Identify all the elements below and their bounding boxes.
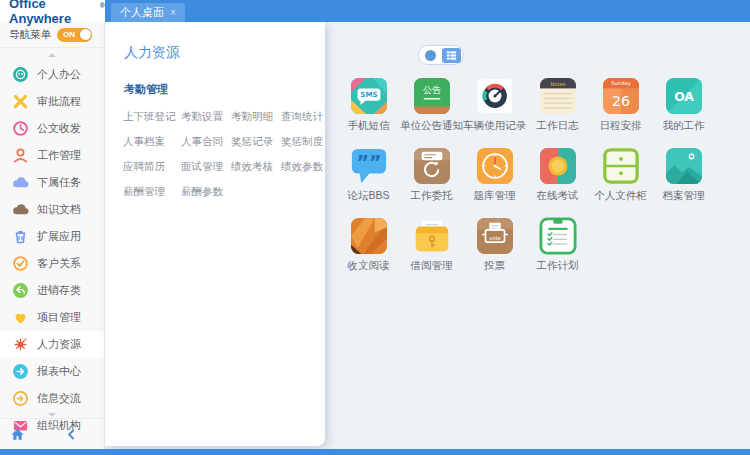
app-archive[interactable]: 档案管理 (652, 147, 715, 217)
tab-label: 个人桌面 (120, 5, 164, 20)
flyout-link[interactable]: 应聘简历 (118, 160, 176, 174)
app-label: 档案管理 (663, 189, 705, 203)
sidebar-item-human-resources[interactable]: 人力资源 (0, 331, 104, 358)
sidebar-item-approval-flow[interactable]: 审批流程 (0, 88, 104, 115)
sidebar-item-extended-apps[interactable]: 扩展应用 (0, 223, 104, 250)
sidebar-item-label: 进销存类 (37, 283, 81, 298)
grid-icon (446, 50, 457, 61)
app-label: 论坛BBS (347, 189, 389, 203)
svg-text:””: ”” (356, 151, 381, 173)
work-delegation-icon (413, 147, 451, 185)
app-borrow-management[interactable]: 借阅管理 (400, 217, 463, 287)
app-online-exam[interactable]: 在线考试 (526, 147, 589, 217)
app-sms[interactable]: SMS手机短信 (337, 77, 400, 147)
flyout-link[interactable]: 考勤设置 (176, 110, 226, 124)
sms-icon: SMS (350, 77, 388, 115)
work-plan-icon (539, 217, 577, 255)
sidebar-collapse-down[interactable] (0, 413, 104, 417)
inventory-icon (12, 282, 29, 299)
tab-personal-desktop[interactable]: 个人桌面 × (111, 3, 185, 22)
app-label: 工作委托 (411, 189, 453, 203)
app-work-plan[interactable]: 工作计划 (526, 217, 589, 287)
app-announcement[interactable]: 公告单位公告通知 (400, 77, 463, 147)
sidebar-item-label: 客户关系 (37, 256, 81, 271)
app-work-delegation[interactable]: 工作委托 (400, 147, 463, 217)
view-toggle[interactable] (418, 45, 464, 65)
app-my-work[interactable]: OA我的工作 (652, 77, 715, 147)
sidebar-item-project-management[interactable]: 项目管理 (0, 304, 104, 331)
sidebar-item-inventory[interactable]: 进销存类 (0, 277, 104, 304)
tab-close-icon[interactable]: × (170, 8, 176, 18)
flyout-link[interactable]: 人事档案 (118, 135, 176, 149)
app-label: 工作计划 (537, 259, 579, 273)
dot-icon (425, 50, 436, 61)
flyout-link[interactable]: 人事合同 (176, 135, 226, 149)
toggle-on-label: ON (63, 30, 75, 39)
flyout-link[interactable]: 上下班登记 (118, 110, 176, 124)
vehicle-usage-icon (476, 77, 514, 115)
hr-flyout-panel: 人力资源 考勤管理 上下班登记考勤设置考勤明细查询统计人事档案人事合同奖惩记录奖… (105, 22, 325, 446)
app-window: SMS手机短信公告单位公告通知车辆使用记录Notes工作日志Sunday26日程… (0, 0, 750, 455)
forum-bbs-icon: ”” (350, 147, 388, 185)
sidebar-item-report-center[interactable]: 报表中心 (0, 358, 104, 385)
borrow-management-icon (413, 217, 451, 255)
personal-office-icon (12, 66, 29, 83)
question-bank-icon (476, 147, 514, 185)
app-question-bank[interactable]: 题库管理 (463, 147, 526, 217)
customer-relations-icon (12, 255, 29, 272)
flyout-link[interactable]: 奖惩制度 (276, 135, 326, 149)
nav-menu-toggle[interactable]: ON (57, 28, 92, 42)
vote-icon: vote (476, 217, 514, 255)
app-label: 个人文件柜 (594, 189, 647, 203)
app-label: 借阅管理 (411, 259, 453, 273)
app-vehicle-usage[interactable]: 车辆使用记录 (463, 77, 526, 147)
flyout-link[interactable]: 考勤明细 (226, 110, 276, 124)
flyout-link[interactable]: 绩效参数 (276, 160, 326, 174)
svg-text:SMS: SMS (360, 90, 377, 99)
my-work-icon: OA (665, 77, 703, 115)
flyout-link[interactable]: 薪酬管理 (118, 185, 176, 199)
sidebar-item-label: 报表中心 (37, 364, 81, 379)
app-label: 收文阅读 (348, 259, 390, 273)
announcement-icon: 公告 (413, 77, 451, 115)
sidebar-item-label: 信息交流 (37, 391, 81, 406)
flyout-section-header[interactable]: 考勤管理 (124, 82, 325, 97)
sidebar-collapse-up[interactable] (0, 47, 104, 61)
sidebar-item-info-exchange[interactable]: 信息交流 (0, 385, 104, 412)
flyout-link[interactable]: 奖惩记录 (226, 135, 276, 149)
app-file-cabinet[interactable]: 个人文件柜 (589, 147, 652, 217)
sidebar-item-label: 项目管理 (37, 310, 81, 325)
info-exchange-icon (12, 390, 29, 407)
back-icon[interactable] (65, 428, 78, 441)
view-toggle-list[interactable] (419, 50, 442, 61)
chevron-up-icon (48, 53, 56, 57)
flyout-link[interactable]: 查询统计 (276, 110, 326, 124)
home-icon[interactable] (10, 427, 25, 442)
sidebar: 导航菜单 ON 个人办公审批流程公文收发工作管理下属任务知识文档扩展应用客户关系… (0, 22, 105, 449)
sidebar-item-personal-office[interactable]: 个人办公 (0, 61, 104, 88)
svg-text:OA: OA (674, 90, 694, 104)
document-reading-icon (350, 217, 388, 255)
app-vote[interactable]: vote投票 (463, 217, 526, 287)
work-management-icon (12, 147, 29, 164)
app-document-reading[interactable]: 收文阅读 (337, 217, 400, 287)
app-work-log[interactable]: Notes工作日志 (526, 77, 589, 147)
svg-text:vote: vote (489, 235, 501, 241)
online-exam-icon (539, 147, 577, 185)
flyout-link[interactable]: 绩效考核 (226, 160, 276, 174)
flyout-link[interactable]: 面试管理 (176, 160, 226, 174)
sidebar-item-customer-relations[interactable]: 客户关系 (0, 250, 104, 277)
svg-text:Notes: Notes (550, 81, 565, 87)
flyout-link[interactable]: 薪酬参数 (176, 185, 226, 199)
app-schedule[interactable]: Sunday26日程安排 (589, 77, 652, 147)
toggle-knob-icon (80, 29, 91, 40)
app-forum-bbs[interactable]: ””论坛BBS (337, 147, 400, 217)
view-toggle-grid[interactable] (442, 48, 461, 63)
logo: Office Anywhere ® (0, 0, 105, 22)
app-label: 我的工作 (663, 119, 705, 133)
sidebar-item-work-management[interactable]: 工作管理 (0, 142, 104, 169)
sidebar-item-subordinate-tasks[interactable]: 下属任务 (0, 169, 104, 196)
sidebar-item-document-exchange[interactable]: 公文收发 (0, 115, 104, 142)
sidebar-item-label: 下属任务 (37, 175, 81, 190)
sidebar-item-knowledge-docs[interactable]: 知识文档 (0, 196, 104, 223)
